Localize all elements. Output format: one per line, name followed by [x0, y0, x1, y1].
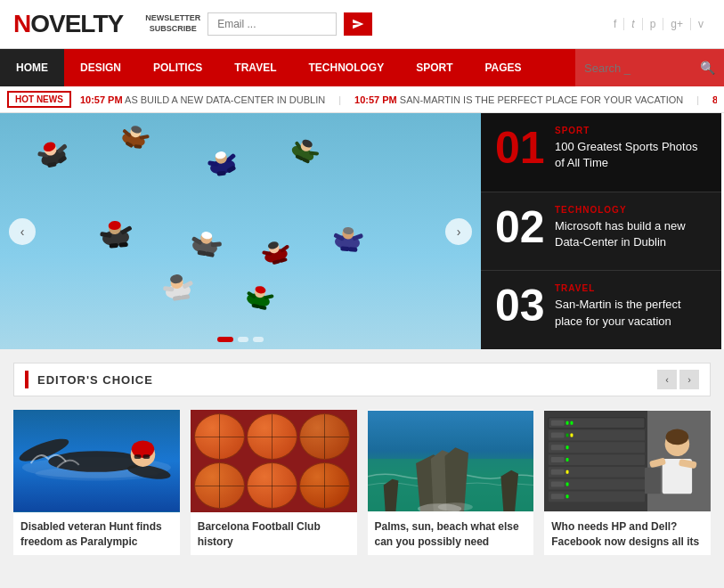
featured-article-2[interactable]: 02 TECHNOLOGY Microsoft has build a new … [481, 192, 721, 272]
section-prev-button[interactable]: ‹ [657, 370, 677, 389]
nav-item-travel[interactable]: TRAVEL [218, 49, 292, 86]
search-input[interactable] [584, 61, 700, 75]
svg-rect-0 [0, 113, 481, 349]
featured-article-3[interactable]: 03 TRAVEL San-Martin is the perfect plac… [481, 271, 721, 349]
newsletter-submit-button[interactable] [344, 12, 372, 36]
article-number-3: 03 [495, 283, 544, 328]
card-server[interactable]: Who needs HP and Dell? Facebook now desi… [544, 410, 711, 555]
svg-marker-86 [383, 479, 398, 511]
svg-rect-106 [566, 458, 569, 461]
article-title-1: 100 Greatest Sports Photos of All Time [555, 139, 707, 171]
svg-rect-103 [566, 445, 569, 449]
pinterest-icon[interactable]: p [643, 18, 664, 30]
featured-article-1[interactable]: 01 SPORT 100 Greatest Sports Photos of A… [481, 113, 721, 192]
social-icons: f t p g+ v [606, 18, 711, 30]
hot-news-label: HOT NEWS [7, 91, 71, 108]
cards-row: Disabled veteran Hunt finds freedom as P… [13, 410, 711, 555]
svg-rect-32 [110, 243, 118, 249]
svg-rect-108 [551, 470, 565, 475]
slider-next-button[interactable]: › [445, 218, 472, 245]
newsletter-section: NEWSLETTER SUBSCRIBE [145, 12, 372, 36]
slider-dot-1[interactable] [217, 337, 233, 342]
twitter-icon[interactable]: t [624, 18, 642, 30]
card-server-text: Who needs HP and Dell? Facebook now desi… [544, 512, 711, 555]
article-info-3: TRAVEL San-Martin is the perfect place f… [555, 283, 707, 329]
section-title: EDITOR'S CHOICE [37, 373, 657, 387]
svg-rect-38 [211, 241, 222, 247]
numbered-articles-panel: 01 SPORT 100 Greatest Sports Photos of A… [481, 113, 721, 349]
article-category-2: TECHNOLOGY [555, 205, 707, 215]
svg-rect-105 [551, 457, 565, 462]
slider-dot-2[interactable] [238, 337, 248, 342]
card-basketball[interactable]: Barcelona Football Club history [191, 410, 357, 555]
ticker-item-1: 10:57 PM AS BUILD A NEW DATA-CENTER IN D… [80, 94, 325, 105]
card-basketball-text: Barcelona Football Club history [191, 512, 357, 555]
email-input[interactable] [207, 12, 337, 36]
svg-rect-114 [551, 494, 565, 499]
nav-item-politics[interactable]: POLITICS [137, 49, 218, 86]
cliffs-svg [368, 410, 534, 512]
card-swimmer-image [13, 410, 180, 512]
card-swimmer-text: Disabled veteran Hunt finds freedom as P… [13, 512, 180, 555]
facebook-icon[interactable]: f [606, 18, 624, 30]
svg-rect-33 [119, 242, 128, 248]
svg-rect-111 [551, 482, 565, 487]
svg-rect-98 [551, 433, 565, 438]
svg-point-89 [437, 502, 472, 511]
svg-rect-112 [566, 483, 569, 486]
googleplus-icon[interactable]: g+ [663, 18, 691, 30]
nav-item-home[interactable]: HOME [0, 49, 64, 86]
server-svg [544, 410, 711, 512]
vimeo-icon[interactable]: v [691, 18, 711, 30]
svg-rect-94 [551, 421, 565, 426]
svg-rect-53 [340, 246, 349, 251]
hero-slider: ‹ › [0, 113, 481, 349]
svg-rect-109 [566, 470, 569, 474]
ticker-items: 10:57 PM AS BUILD A NEW DATA-CENTER IN D… [80, 94, 717, 105]
article-info-1: SPORT 100 Greatest Sports Photos of All … [555, 126, 707, 171]
nav-item-technology[interactable]: TECHNOLOGY [292, 49, 400, 86]
nav-item-sport[interactable]: SPORT [400, 49, 468, 86]
svg-rect-96 [571, 421, 574, 425]
card-cliffs[interactable]: Palms, sun, beach what else can you poss… [368, 410, 534, 555]
ticker-item-2: 10:57 PM SAN-MARTIN IS THE PERFECT PLACE… [354, 94, 683, 105]
logo-text: OVELTY [30, 10, 123, 37]
section-next-button[interactable]: › [679, 370, 699, 389]
nav-item-design[interactable]: DESIGN [64, 49, 137, 86]
slider-prev-button[interactable]: ‹ [9, 218, 36, 245]
svg-rect-100 [571, 434, 574, 437]
slider-dot-3[interactable] [253, 337, 264, 342]
card-swimmer[interactable]: Disabled veteran Hunt finds freedom as P… [13, 410, 180, 555]
logo-n: N [13, 10, 30, 37]
svg-rect-79 [134, 454, 142, 459]
navigation: HOME DESIGN POLITICS TRAVEL TECHNOLOGY S… [0, 49, 724, 86]
ticker-separator-2: | [696, 94, 699, 105]
card-basketball-image [191, 410, 357, 512]
article-category-3: TRAVEL [555, 283, 707, 293]
card-server-image [544, 410, 711, 512]
section-header-bar [25, 371, 28, 388]
svg-rect-115 [566, 494, 569, 498]
hero-area: ‹ › 01 SPORT 100 Greatest Sports Photos … [0, 113, 724, 349]
search-icon[interactable]: 🔍 [700, 61, 715, 75]
skydiving-image [0, 113, 481, 349]
svg-rect-122 [645, 468, 661, 494]
svg-rect-99 [566, 434, 569, 437]
svg-rect-18 [216, 171, 225, 176]
editors-choice-section: EDITOR'S CHOICE ‹ › [0, 349, 724, 568]
header: NOVELTY NEWSLETTER SUBSCRIBE f t p g+ v [0, 0, 724, 49]
logo[interactable]: NOVELTY [13, 10, 123, 38]
ticker-separator-1: | [338, 94, 341, 105]
ticker-item-3: 8:57 PM YOU HAVE TO SPEND SOME TIME HERE… [712, 94, 717, 105]
nav-search-box: 🔍 [575, 49, 724, 86]
article-number-2: 02 [495, 205, 544, 249]
news-ticker: HOT NEWS 10:57 PM AS BUILD A NEW DATA-CE… [0, 86, 724, 113]
card-cliffs-image [368, 410, 534, 512]
nav-item-pages[interactable]: PAGES [468, 49, 537, 86]
svg-rect-54 [348, 247, 357, 252]
newsletter-label: NEWSLETTER SUBSCRIBE [145, 13, 200, 34]
svg-rect-102 [551, 445, 565, 450]
article-title-2: Microsoft has build a new Data-Center in… [555, 218, 707, 250]
card-cliffs-text: Palms, sun, beach what else can you poss… [368, 512, 534, 555]
slider-dots [217, 337, 264, 342]
